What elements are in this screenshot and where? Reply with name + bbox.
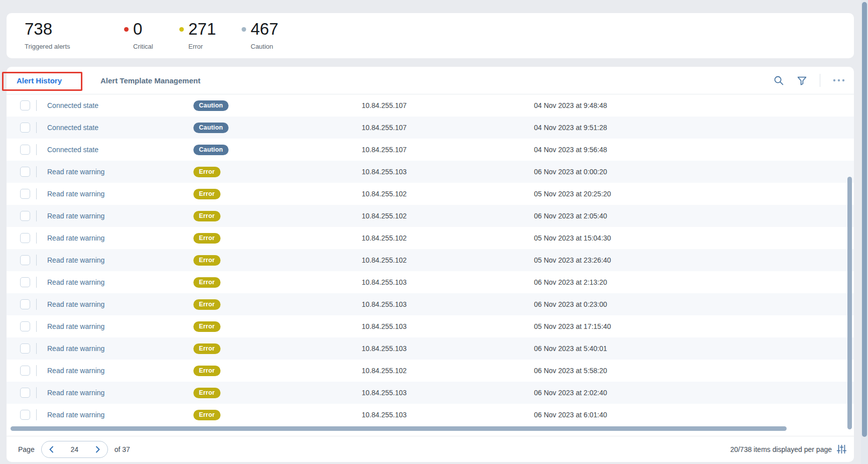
severity-cell: Error xyxy=(193,410,362,420)
chevron-right-icon[interactable] xyxy=(94,445,101,453)
source-ip: 10.84.255.103 xyxy=(362,389,534,397)
alert-name-link[interactable]: Connected state xyxy=(47,146,193,154)
alert-name-link[interactable]: Connected state xyxy=(47,124,193,132)
severity-badge: Error xyxy=(193,277,221,288)
severity-cell: Error xyxy=(193,299,362,310)
alert-name-link[interactable]: Read rate warning xyxy=(47,411,193,419)
source-ip: 10.84.255.107 xyxy=(362,146,534,154)
table-row: Read rate warning Error 10.84.255.103 05… xyxy=(7,315,854,337)
alert-timestamp: 06 Nov 2023 at 5:40:01 xyxy=(534,344,607,353)
severity-cell: Caution xyxy=(193,123,362,133)
critical-count: 0 xyxy=(133,20,142,39)
error-dot-icon xyxy=(179,27,184,32)
alert-timestamp: 06 Nov 2023 at 5:58:20 xyxy=(534,367,607,375)
alert-name-link[interactable]: Read rate warning xyxy=(47,344,193,353)
page-scrollbar-thumb[interactable] xyxy=(862,2,867,437)
row-checkbox[interactable] xyxy=(20,321,30,331)
chevron-left-icon[interactable] xyxy=(48,445,55,453)
row-checkbox[interactable] xyxy=(20,343,30,354)
severity-cell: Error xyxy=(193,255,362,266)
alert-rows: Connected state Caution 10.84.255.107 04… xyxy=(7,94,854,426)
triggered-alerts-count: 738 xyxy=(25,20,52,39)
table-row: Read rate warning Error 10.84.255.103 06… xyxy=(7,293,854,315)
severity-badge: Error xyxy=(193,189,221,199)
items-per-page-text: 20/738 items displayed per page xyxy=(730,445,832,453)
error-stat: 271 Error xyxy=(179,20,216,50)
row-divider xyxy=(36,144,37,155)
severity-cell: Caution xyxy=(193,100,362,111)
row-checkbox[interactable] xyxy=(20,211,30,221)
row-divider xyxy=(36,255,37,266)
items-per-page-sliders-icon[interactable] xyxy=(837,444,846,454)
row-checkbox[interactable] xyxy=(20,410,30,420)
row-checkbox[interactable] xyxy=(20,388,30,398)
row-checkbox[interactable] xyxy=(20,233,30,243)
table-vertical-scrollbar[interactable] xyxy=(847,177,852,429)
alert-name-link[interactable]: Read rate warning xyxy=(47,322,193,330)
source-ip: 10.84.255.102 xyxy=(362,234,534,242)
table-row: Read rate warning Error 10.84.255.103 06… xyxy=(7,337,854,360)
alert-name-link[interactable]: Connected state xyxy=(47,101,193,109)
alert-name-link[interactable]: Read rate warning xyxy=(47,389,193,397)
severity-badge: Error xyxy=(193,167,221,177)
alert-timestamp: 06 Nov 2023 at 2:02:40 xyxy=(534,389,607,397)
alerts-page: 738 Triggered alerts 0 Critical 271 Erro… xyxy=(0,0,868,464)
row-checkbox[interactable] xyxy=(20,189,30,199)
source-ip: 10.84.255.102 xyxy=(362,367,534,375)
severity-badge: Error xyxy=(193,410,221,420)
row-divider xyxy=(36,188,37,199)
critical-stat: 0 Critical xyxy=(124,20,153,50)
row-checkbox[interactable] xyxy=(20,123,30,133)
source-ip: 10.84.255.102 xyxy=(362,212,534,220)
row-divider xyxy=(36,343,37,354)
alert-name-link[interactable]: Read rate warning xyxy=(47,278,193,286)
pagination-bar: Page 24 of 37 20 xyxy=(7,436,854,462)
table-row: Connected state Caution 10.84.255.107 04… xyxy=(7,94,854,117)
row-checkbox[interactable] xyxy=(20,167,30,177)
severity-cell: Error xyxy=(193,211,362,221)
severity-cell: Error xyxy=(193,189,362,199)
triggered-alerts-label: Triggered alerts xyxy=(25,43,70,50)
severity-badge: Error xyxy=(193,255,221,266)
critical-dot-icon xyxy=(124,27,129,32)
table-row: Read rate warning Error 10.84.255.102 06… xyxy=(7,205,854,227)
page-number-input[interactable]: 24 xyxy=(67,445,82,453)
row-checkbox[interactable] xyxy=(20,145,30,155)
row-checkbox[interactable] xyxy=(20,299,30,309)
alert-name-link[interactable]: Read rate warning xyxy=(47,190,193,198)
table-row: Read rate warning Error 10.84.255.103 06… xyxy=(7,404,854,426)
alert-name-link[interactable]: Read rate warning xyxy=(47,256,193,264)
tab-alert-history[interactable]: Alert History xyxy=(17,67,62,94)
table-row: Read rate warning Error 10.84.255.102 05… xyxy=(7,183,854,205)
search-icon[interactable] xyxy=(774,75,784,86)
alert-name-link[interactable]: Read rate warning xyxy=(47,168,193,176)
row-checkbox[interactable] xyxy=(20,277,30,287)
table-row: Read rate warning Error 10.84.255.103 06… xyxy=(7,271,854,293)
tab-alert-template-management[interactable]: Alert Template Management xyxy=(100,67,200,94)
row-checkbox[interactable] xyxy=(20,100,30,110)
alert-name-link[interactable]: Read rate warning xyxy=(47,212,193,220)
alert-name-link[interactable]: Read rate warning xyxy=(47,367,193,375)
table-row: Read rate warning Error 10.84.255.103 06… xyxy=(7,161,854,183)
row-divider xyxy=(36,233,37,244)
alert-timestamp: 06 Nov 2023 at 2:13:20 xyxy=(534,278,607,286)
source-ip: 10.84.255.103 xyxy=(362,168,534,176)
alert-timestamp: 04 Nov 2023 at 9:51:28 xyxy=(534,124,607,132)
row-checkbox[interactable] xyxy=(20,366,30,376)
alert-name-link[interactable]: Read rate warning xyxy=(47,234,193,242)
alert-timestamp: 06 Nov 2023 at 0:23:00 xyxy=(534,300,607,308)
severity-cell: Error xyxy=(193,366,362,376)
horizontal-scrollbar[interactable] xyxy=(11,426,787,431)
row-checkbox[interactable] xyxy=(20,255,30,265)
critical-label: Critical xyxy=(133,43,153,50)
source-ip: 10.84.255.103 xyxy=(362,322,534,330)
severity-cell: Error xyxy=(193,167,362,177)
filter-icon[interactable] xyxy=(797,75,807,86)
severity-cell: Error xyxy=(193,321,362,332)
severity-badge: Error xyxy=(193,366,221,376)
row-divider xyxy=(36,409,37,420)
page-selector: 24 xyxy=(41,441,108,458)
alert-name-link[interactable]: Read rate warning xyxy=(47,300,193,308)
more-options-icon[interactable] xyxy=(833,79,845,82)
alert-timestamp: 05 Nov 2023 at 17:15:40 xyxy=(534,322,611,330)
